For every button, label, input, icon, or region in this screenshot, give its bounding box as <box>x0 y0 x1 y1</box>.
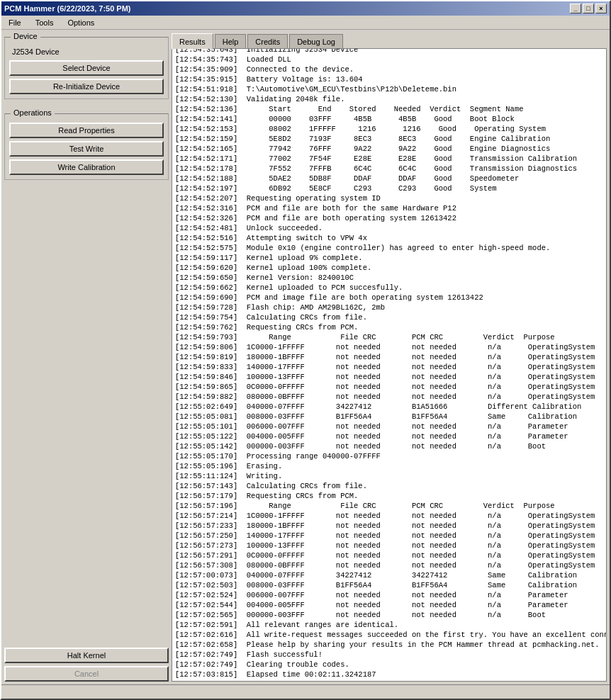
write-calibration-button[interactable]: Write Calibration <box>9 159 164 175</box>
maximize-button[interactable]: □ <box>583 4 594 13</box>
minimize-button[interactable]: _ <box>570 4 581 13</box>
operations-group: Operations Read Properties Test Write Wr… <box>4 113 169 180</box>
main-window: PCM Hammer (6/22/2023, 7:50 PM) _ □ × Fi… <box>0 0 611 700</box>
device-name: J2534 Device <box>9 46 164 57</box>
bottom-buttons: Halt Kernel Cancel <box>4 642 169 682</box>
log-area[interactable]: [12:54:35:629] PCM Hammer (6/22/2023, 7:… <box>172 49 606 681</box>
test-write-button[interactable]: Test Write <box>9 141 164 157</box>
device-group-label: Device <box>11 32 40 40</box>
tab-bar: Results Help Credits Debug Log <box>172 33 607 48</box>
right-panel: Results Help Credits Debug Log [12:54:35… <box>172 30 610 684</box>
menu-tools[interactable]: Tools <box>31 17 58 28</box>
operations-group-label: Operations <box>11 108 55 117</box>
title-bar-buttons: _ □ × <box>570 4 607 13</box>
reinitialize-device-button[interactable]: Re-Initialize Device <box>9 79 164 94</box>
cancel-button[interactable]: Cancel <box>4 666 169 682</box>
window-title: PCM Hammer (6/22/2023, 7:50 PM) <box>4 4 131 13</box>
read-properties-button[interactable]: Read Properties <box>9 123 164 138</box>
menu-file[interactable]: File <box>4 17 26 28</box>
tab-credits[interactable]: Credits <box>247 34 288 48</box>
main-area: Device J2534 Device Select Device Re-Ini… <box>1 30 610 684</box>
select-device-button[interactable]: Select Device <box>9 60 164 76</box>
halt-kernel-button[interactable]: Halt Kernel <box>4 648 169 663</box>
left-panel: Device J2534 Device Select Device Re-Ini… <box>1 30 172 684</box>
menu-bar: File Tools Options <box>1 16 610 30</box>
close-button[interactable]: × <box>595 4 607 13</box>
tab-help[interactable]: Help <box>215 34 247 48</box>
tab-content: [12:54:35:629] PCM Hammer (6/22/2023, 7:… <box>172 48 607 682</box>
menu-options[interactable]: Options <box>63 17 99 28</box>
title-bar: PCM Hammer (6/22/2023, 7:50 PM) _ □ × <box>1 1 610 16</box>
status-bar <box>1 684 610 699</box>
device-group: Device J2534 Device Select Device Re-Ini… <box>4 37 169 99</box>
tab-results[interactable]: Results <box>172 33 213 49</box>
tab-debug-log[interactable]: Debug Log <box>289 34 343 48</box>
